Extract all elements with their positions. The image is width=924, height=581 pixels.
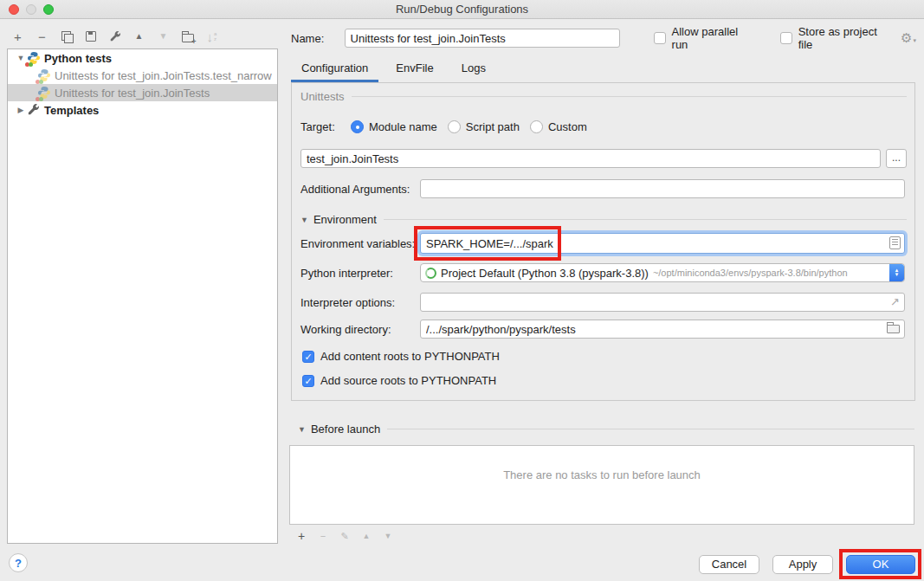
configuration-tabs: Configuration EnvFile Logs: [291, 57, 496, 82]
before-launch-task-list: There are no tasks to run before launch: [289, 445, 914, 525]
allow-parallel-run-label: Allow parallel run: [672, 25, 757, 51]
target-script-path-radio[interactable]: [448, 120, 461, 133]
add-content-roots-option[interactable]: ✓ Add content roots to PYTHONPATH: [302, 350, 500, 363]
sort-configurations-icon[interactable]: ↓ az: [204, 29, 219, 44]
name-row: Name: Allow parallel run Store as projec…: [291, 29, 916, 48]
allow-parallel-run-checkbox[interactable]: [654, 32, 666, 44]
additional-arguments-label: Additional Arguments:: [300, 183, 420, 196]
configurations-toolbar: + − ▲ ▼ ↓ az: [10, 28, 219, 45]
target-row: Target: Module name Script path Custom: [300, 120, 587, 133]
tree-item-python-tests[interactable]: ▼ Python tests: [8, 49, 277, 67]
browse-folder-icon[interactable]: [887, 325, 900, 333]
title-bar: Run/Debug Configurations: [0, 0, 924, 19]
working-directory-input[interactable]: [420, 320, 905, 339]
remove-task-icon[interactable]: −: [316, 531, 330, 541]
configuration-panel: Unittests Target: Module name Script pat…: [291, 82, 915, 401]
edit-environment-variables-icon[interactable]: [889, 236, 901, 249]
allow-parallel-run-option[interactable]: Allow parallel run: [654, 25, 757, 51]
edit-task-icon[interactable]: ✎: [338, 531, 352, 542]
expand-field-icon[interactable]: ↗: [890, 295, 900, 308]
environment-variables-input[interactable]: [420, 233, 905, 254]
tree-item-templates[interactable]: ▶ Templates: [8, 101, 277, 119]
interpreter-options-label: Interpreter options:: [300, 296, 420, 309]
tree-item-label: Templates: [44, 104, 99, 117]
add-task-icon[interactable]: +: [294, 529, 308, 543]
expand-collapse-icon[interactable]: ▼: [15, 54, 27, 62]
store-as-project-file-option[interactable]: Store as project file: [780, 25, 894, 51]
python-tests-icon: [27, 51, 41, 65]
tree-item-unittests-jointests[interactable]: Unittests for test_join.JoinTests: [8, 84, 277, 101]
apply-button[interactable]: Apply: [772, 555, 833, 574]
tab-envfile[interactable]: EnvFile: [385, 57, 443, 82]
python-interpreter-select[interactable]: Project Default (Python 3.8 (pyspark-3.8…: [420, 263, 905, 282]
interpreter-options-input[interactable]: [420, 293, 905, 312]
add-configuration-icon[interactable]: +: [10, 29, 25, 44]
minimize-window-button[interactable]: [26, 4, 36, 15]
target-module-name-radio[interactable]: [351, 120, 364, 133]
before-launch-section-header[interactable]: ▼ Before launch: [298, 423, 914, 436]
tree-item-unittests-test-narrow[interactable]: Unittests for test_join.JoinTests.test_n…: [8, 67, 277, 84]
environment-section-header[interactable]: ▼ Environment: [300, 213, 907, 226]
module-row: ...: [300, 149, 907, 168]
configurations-tree: ▼ Python tests Unittests for test_join.J…: [7, 48, 278, 544]
target-module-name-label: Module name: [369, 120, 437, 133]
environment-variables-row: Environment variables:: [300, 233, 907, 254]
save-configuration-icon[interactable]: [83, 29, 98, 44]
collapse-environment-icon[interactable]: ▼: [300, 216, 308, 224]
ok-button[interactable]: OK: [846, 555, 915, 574]
tree-item-label: Unittests for test_join.JoinTests: [55, 87, 210, 100]
conda-environment-icon: [425, 268, 436, 279]
target-script-path-label: Script path: [466, 120, 520, 133]
zoom-window-button[interactable]: [43, 4, 54, 15]
move-down-icon[interactable]: ▼: [156, 29, 171, 44]
store-as-project-file-checkbox[interactable]: [780, 32, 792, 44]
python-interpreter-label: Python interpreter:: [300, 267, 420, 280]
window-controls: [9, 4, 54, 15]
target-label: Target:: [300, 120, 351, 133]
add-source-roots-label: Add source roots to PYTHONPATH: [320, 374, 496, 387]
help-button[interactable]: ?: [9, 553, 28, 572]
environment-section-title: Environment: [313, 213, 377, 226]
add-content-roots-checkbox[interactable]: ✓: [302, 351, 314, 363]
move-task-up-icon[interactable]: ▲: [359, 532, 373, 540]
working-directory-row: Working directory:: [300, 320, 907, 339]
additional-arguments-input[interactable]: [420, 179, 905, 198]
before-launch-toolbar: + − ✎ ▲ ▼: [294, 529, 395, 543]
move-task-down-icon[interactable]: ▼: [381, 532, 395, 540]
browse-module-button[interactable]: ...: [886, 149, 907, 168]
window-title: Run/Debug Configurations: [396, 3, 528, 16]
store-as-project-file-label: Store as project file: [798, 25, 894, 51]
expand-collapse-icon[interactable]: ▶: [15, 106, 27, 114]
python-interpreter-value: Project Default (Python 3.8 (pyspark-3.8…: [441, 267, 649, 280]
working-directory-label: Working directory:: [300, 323, 420, 336]
python-test-config-icon: [37, 68, 51, 82]
unittests-group-header: Unittests: [300, 90, 907, 103]
store-settings-gear-icon[interactable]: ⚙▾: [901, 30, 916, 46]
add-source-roots-checkbox[interactable]: ✓: [302, 375, 314, 387]
remove-configuration-icon[interactable]: −: [35, 29, 49, 44]
python-test-config-icon: [37, 86, 51, 100]
additional-arguments-row: Additional Arguments:: [300, 179, 907, 198]
templates-wrench-icon: [27, 103, 41, 117]
edit-templates-icon[interactable]: [107, 29, 122, 44]
tab-logs[interactable]: Logs: [451, 57, 496, 82]
name-input[interactable]: [345, 29, 620, 48]
tree-item-label: Python tests: [44, 52, 112, 65]
before-launch-title: Before launch: [311, 423, 380, 436]
before-launch-empty-text: There are no tasks to run before launch: [290, 468, 914, 481]
unittests-group-title: Unittests: [300, 90, 345, 103]
add-content-roots-label: Add content roots to PYTHONPATH: [320, 350, 500, 363]
close-window-button[interactable]: [9, 4, 19, 15]
cancel-button[interactable]: Cancel: [699, 555, 759, 574]
tab-configuration[interactable]: Configuration: [291, 57, 378, 82]
create-folder-icon[interactable]: [180, 29, 195, 44]
combo-stepper-icon[interactable]: ▲▼: [889, 264, 904, 281]
python-interpreter-row: Python interpreter: Project Default (Pyt…: [300, 263, 907, 282]
target-custom-radio[interactable]: [530, 120, 543, 133]
add-source-roots-option[interactable]: ✓ Add source roots to PYTHONPATH: [302, 374, 496, 387]
target-custom-label: Custom: [548, 120, 587, 133]
move-up-icon[interactable]: ▲: [132, 29, 146, 44]
collapse-before-launch-icon[interactable]: ▼: [298, 425, 306, 434]
copy-configuration-icon[interactable]: [59, 29, 74, 44]
module-name-input[interactable]: [300, 149, 881, 168]
